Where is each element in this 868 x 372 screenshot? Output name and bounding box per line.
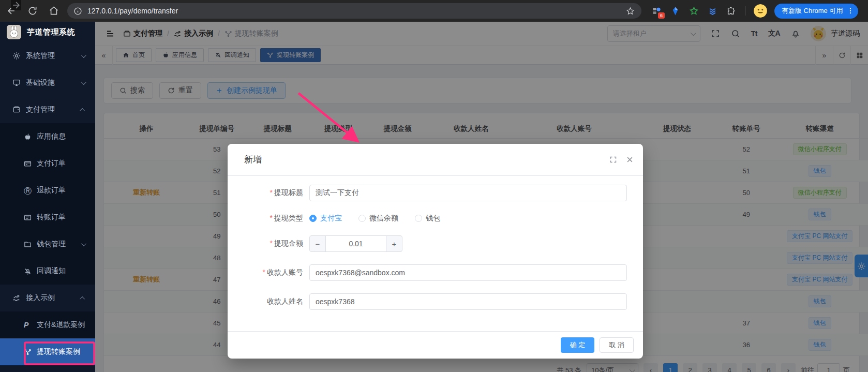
sidebar-item-transfer-order[interactable]: 转账订单: [0, 204, 95, 231]
dialog-header: 新增: [228, 144, 643, 176]
form-row-amount: *提现金额 − 0.01 +: [236, 235, 635, 252]
gear-icon: [12, 52, 21, 60]
sidebar-item-label: 支付订单: [37, 159, 66, 168]
sidebar-item-label: 接入示例: [26, 293, 55, 303]
amount-value[interactable]: 0.01: [325, 236, 386, 251]
sidebar-item-label: 回调通知: [37, 266, 66, 276]
dialog-fullscreen-icon[interactable]: [609, 156, 617, 163]
dialog-body: *提现标题 *提现类型 支付宝 微信余额 钱包 *提现金额 − 0.01 +: [228, 176, 643, 310]
sidebar-item-refund-order[interactable]: Ⓡ 退款订单: [0, 177, 95, 204]
chevron-down-icon: [81, 80, 86, 85]
logo-rabbit-icon: [7, 25, 21, 39]
extension-badge: 6: [658, 12, 665, 19]
chevron-up-icon: [80, 296, 85, 301]
browser-forward-icon[interactable]: [11, 0, 21, 10]
extension-icon[interactable]: 6: [652, 6, 662, 16]
amount-stepper: − 0.01 +: [309, 235, 402, 252]
url-text: 127.0.0.1/pay/demo/transfer: [87, 7, 178, 15]
browser-extensions: 6: [652, 6, 736, 16]
sidebar-item-label: 提现转账案例: [37, 347, 80, 356]
sidebar-item-pay[interactable]: 支付管理: [0, 96, 95, 123]
radio-dot-icon: [358, 215, 366, 222]
sidebar-item-system[interactable]: 系统管理: [0, 42, 95, 69]
sidebar-item-label: 系统管理: [26, 51, 55, 61]
sidebar-item-label: 支付&退款案例: [37, 320, 85, 330]
payee-account-input[interactable]: [309, 264, 627, 281]
sidebar-item-label: 基础设施: [26, 78, 55, 87]
registered-icon: Ⓡ: [24, 187, 32, 195]
radio-wallet[interactable]: 钱包: [415, 214, 440, 223]
field-label: 提现标题: [274, 188, 303, 197]
confirm-button[interactable]: 确 定: [561, 337, 595, 353]
field-label: 收款人姓名: [267, 297, 303, 305]
withdraw-type-radio-group: 支付宝 微信余额 钱包: [309, 214, 457, 223]
required-asterisk: *: [270, 214, 273, 222]
sidebar-item-label: 应用信息: [37, 132, 66, 141]
browser-home-icon[interactable]: [49, 6, 59, 16]
chevron-up-icon: [80, 108, 85, 113]
apple-icon: [24, 133, 32, 141]
radio-dot-icon: [415, 215, 422, 222]
sidebar-item-label: 转账订单: [37, 213, 66, 222]
address-bar[interactable]: 127.0.0.1/pay/demo/transfer: [67, 3, 641, 19]
browser-reload-icon[interactable]: [27, 6, 38, 16]
sidebar-item-infra[interactable]: 基础设施: [0, 69, 95, 96]
chevron-down-icon: [81, 241, 86, 246]
toolbar-divider: [745, 6, 745, 16]
app-title: 芋道管理系统: [27, 27, 75, 37]
sidebar-item-label: 退款订单: [37, 186, 66, 195]
decrease-button[interactable]: −: [310, 236, 325, 251]
sidebar-item-withdraw-demo[interactable]: 提现转账案例: [0, 338, 95, 365]
field-label: 提现类型: [274, 214, 303, 222]
form-row-title: *提现标题: [236, 185, 635, 201]
extensions-puzzle-icon[interactable]: [726, 6, 736, 16]
card-lines-icon: [24, 214, 32, 221]
cancel-button[interactable]: 取 消: [600, 337, 634, 353]
withdraw-title-input[interactable]: [309, 185, 627, 201]
card-icon: [24, 160, 32, 168]
extension-icon[interactable]: [670, 6, 680, 16]
chrome-update-label: 有新版 Chrome 可用: [782, 6, 843, 16]
app-logo[interactable]: 芋道管理系统: [0, 22, 95, 42]
form-row-type: *提现类型 支付宝 微信余额 钱包: [236, 214, 635, 223]
payee-name-input[interactable]: [309, 293, 627, 310]
field-label: 提现金额: [274, 239, 303, 247]
increase-button[interactable]: +: [386, 236, 402, 251]
sidebar: 芋道管理系统 系统管理 基础设施 支付管理 应用信息 支付订单 Ⓡ 退款订单: [0, 22, 95, 372]
dialog-close-icon[interactable]: [626, 156, 634, 163]
sidebar-item-label: 钱包管理: [37, 240, 66, 249]
screen: 127.0.0.1/pay/demo/transfer 6: [0, 0, 868, 372]
browser-menu-icon[interactable]: [847, 7, 854, 15]
extension-icon[interactable]: [689, 6, 699, 16]
field-label: 收款人账号: [267, 268, 303, 276]
sidebar-item-pay-refund-demo[interactable]: P 支付&退款案例: [0, 311, 95, 338]
sidebar-item-demo[interactable]: 接入示例: [0, 285, 95, 311]
wallet-icon: [12, 106, 21, 114]
extension-icon[interactable]: [708, 6, 717, 16]
browser-profile-avatar[interactable]: [754, 4, 767, 18]
chevron-down-icon: [81, 53, 86, 58]
sidebar-item-pay-order[interactable]: 支付订单: [0, 150, 95, 177]
monitor-icon: [12, 79, 21, 87]
chrome-update-button[interactable]: 有新版 Chrome 可用: [774, 4, 858, 19]
paypal-icon: P: [24, 321, 32, 329]
sidebar-item-callback[interactable]: 回调通知: [0, 258, 95, 285]
radio-alipay[interactable]: 支付宝: [309, 214, 342, 223]
folder-icon: [24, 241, 32, 248]
browser-toolbar: 127.0.0.1/pay/demo/transfer 6: [0, 0, 868, 22]
trident-icon: [24, 348, 32, 356]
form-row-name: 收款人姓名: [236, 293, 635, 310]
sidebar-item-app-info[interactable]: 应用信息: [0, 123, 95, 150]
sidebar-item-label: 支付管理: [26, 105, 55, 114]
dialog-footer: 确 定 取 消: [228, 331, 643, 359]
required-asterisk: *: [270, 188, 273, 197]
bookmark-star-icon[interactable]: [626, 7, 635, 16]
sidebar-item-wallet-mgmt[interactable]: 钱包管理: [0, 231, 95, 258]
dialog-title: 新增: [244, 154, 262, 166]
required-asterisk: *: [263, 268, 265, 276]
site-info-icon[interactable]: [73, 7, 82, 16]
radio-wechat-balance[interactable]: 微信余额: [358, 214, 398, 223]
bell-slash-icon: [24, 267, 32, 275]
required-asterisk: *: [270, 239, 273, 247]
swimmer-icon: [12, 294, 21, 302]
